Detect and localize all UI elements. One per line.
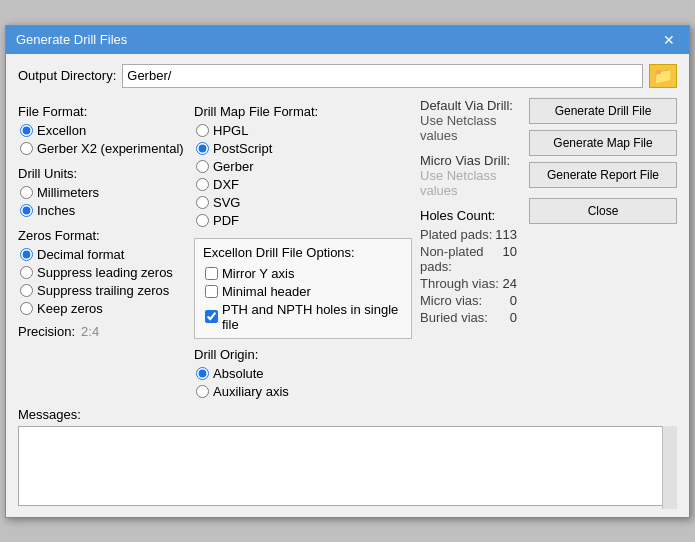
- drill-map-pdf-label: PDF: [213, 213, 239, 228]
- drill-origin-label: Drill Origin:: [194, 347, 412, 362]
- left-column: File Format: Excellon Gerber X2 (experim…: [18, 98, 186, 399]
- holes-plated-row: Plated pads: 113: [420, 227, 517, 242]
- precision-row: Precision: 2:4: [18, 324, 186, 339]
- file-format-group: Excellon Gerber X2 (experimental): [20, 123, 186, 156]
- drill-map-svg-label: SVG: [213, 195, 240, 210]
- drill-origin-section: Drill Origin: Absolute Auxiliary axis: [194, 347, 412, 399]
- zeros-suppress-trailing-label: Suppress trailing zeros: [37, 283, 169, 298]
- drill-map-pdf[interactable]: PDF: [196, 213, 412, 228]
- middle-column: Drill Map File Format: HPGL PostScript: [194, 98, 412, 399]
- dialog: Generate Drill Files ✕ Output Directory:…: [5, 25, 690, 518]
- excellon-options-group: Mirror Y axis Minimal header PTH and NPT…: [205, 266, 403, 332]
- drill-map-hpgl-radio[interactable]: [196, 124, 209, 137]
- zeros-keep-label: Keep zeros: [37, 301, 103, 316]
- holes-plated-value: 113: [495, 227, 517, 242]
- drill-units-group: Millimeters Inches: [20, 185, 186, 218]
- generate-drill-button[interactable]: Generate Drill File: [529, 98, 677, 124]
- close-button[interactable]: Close: [529, 198, 677, 224]
- output-dir-row: Output Directory: 📁: [18, 64, 677, 88]
- drill-origin-absolute-label: Absolute: [213, 366, 264, 381]
- excellon-pth-npth-label: PTH and NPTH holes in single file: [222, 302, 403, 332]
- messages-textarea[interactable]: [18, 426, 677, 506]
- zeros-suppress-leading-radio[interactable]: [20, 266, 33, 279]
- zeros-suppress-leading-label: Suppress leading zeros: [37, 265, 173, 280]
- drill-map-gerber-radio[interactable]: [196, 160, 209, 173]
- drill-map-hpgl[interactable]: HPGL: [196, 123, 412, 138]
- drill-map-postscript[interactable]: PostScript: [196, 141, 412, 156]
- scrollbar-up-arrow[interactable]: ▲: [666, 428, 676, 438]
- holes-through-label: Through vias:: [420, 276, 499, 291]
- drill-units-mm[interactable]: Millimeters: [20, 185, 186, 200]
- drill-origin-group: Absolute Auxiliary axis: [196, 366, 412, 399]
- holes-buried-value: 0: [510, 310, 517, 325]
- holes-buried-label: Buried vias:: [420, 310, 488, 325]
- main-columns: File Format: Excellon Gerber X2 (experim…: [18, 98, 677, 399]
- drill-units-mm-label: Millimeters: [37, 185, 99, 200]
- zeros-decimal-radio[interactable]: [20, 248, 33, 261]
- file-format-excellon-radio[interactable]: [20, 124, 33, 137]
- drill-units-mm-radio[interactable]: [20, 186, 33, 199]
- default-via-drill-label: Default Via Drill:: [420, 98, 517, 113]
- excellon-minimal-header-checkbox[interactable]: [205, 285, 218, 298]
- excellon-pth-npth[interactable]: PTH and NPTH holes in single file: [205, 302, 403, 332]
- drill-origin-auxiliary[interactable]: Auxiliary axis: [196, 384, 412, 399]
- action-buttons: Generate Drill File Generate Map File Ge…: [529, 98, 677, 327]
- file-format-excellon-label: Excellon: [37, 123, 86, 138]
- file-format-gerber-x2[interactable]: Gerber X2 (experimental): [20, 141, 186, 156]
- drill-units-label: Drill Units:: [18, 166, 186, 181]
- zeros-decimal[interactable]: Decimal format: [20, 247, 186, 262]
- drill-map-section: Drill Map File Format: HPGL PostScript: [194, 104, 412, 228]
- messages-section: Messages: ▲ ▼: [18, 407, 677, 509]
- drill-map-svg[interactable]: SVG: [196, 195, 412, 210]
- file-format-label: File Format:: [18, 104, 186, 119]
- drill-map-gerber[interactable]: Gerber: [196, 159, 412, 174]
- excellon-label: Excellon Drill File Options:: [203, 245, 403, 260]
- excellon-pth-npth-checkbox[interactable]: [205, 310, 218, 323]
- output-dir-input[interactable]: [122, 64, 643, 88]
- generate-report-button[interactable]: Generate Report File: [529, 162, 677, 188]
- drill-origin-absolute[interactable]: Absolute: [196, 366, 412, 381]
- holes-micro-value: 0: [510, 293, 517, 308]
- zeros-suppress-trailing-radio[interactable]: [20, 284, 33, 297]
- right-column: Default Via Drill: Use Netclass values M…: [420, 98, 677, 399]
- drill-units-inches-label: Inches: [37, 203, 75, 218]
- holes-count-section: Holes Count: Plated pads: 113 Non-plated…: [420, 208, 517, 325]
- drill-map-svg-radio[interactable]: [196, 196, 209, 209]
- excellon-mirror-y[interactable]: Mirror Y axis: [205, 266, 403, 281]
- default-via-drill-value: Use Netclass values: [420, 113, 517, 143]
- zeros-keep-radio[interactable]: [20, 302, 33, 315]
- micro-vias-drill-label: Micro Vias Drill:: [420, 153, 517, 168]
- folder-button[interactable]: 📁: [649, 64, 677, 88]
- drill-map-label: Drill Map File Format:: [194, 104, 412, 119]
- excellon-mirror-y-checkbox[interactable]: [205, 267, 218, 280]
- messages-scrollbar-area: ▲ ▼: [18, 426, 677, 509]
- file-format-gerber-x2-radio[interactable]: [20, 142, 33, 155]
- drill-map-dxf-label: DXF: [213, 177, 239, 192]
- holes-micro-row: Micro vias: 0: [420, 293, 517, 308]
- default-via-drill-section: Default Via Drill: Use Netclass values: [420, 98, 517, 143]
- drill-map-pdf-radio[interactable]: [196, 214, 209, 227]
- file-format-excellon[interactable]: Excellon: [20, 123, 186, 138]
- excellon-minimal-header[interactable]: Minimal header: [205, 284, 403, 299]
- messages-label: Messages:: [18, 407, 677, 422]
- zeros-suppress-trailing[interactable]: Suppress trailing zeros: [20, 283, 186, 298]
- scrollbar[interactable]: ▲ ▼: [663, 426, 677, 509]
- drill-map-dxf-radio[interactable]: [196, 178, 209, 191]
- drill-origin-auxiliary-radio[interactable]: [196, 385, 209, 398]
- zeros-format-group: Decimal format Suppress leading zeros Su…: [20, 247, 186, 316]
- excellon-section: Excellon Drill File Options: Mirror Y ax…: [194, 238, 412, 339]
- holes-nonplated-value: 10: [503, 244, 517, 274]
- excellon-minimal-header-label: Minimal header: [222, 284, 311, 299]
- drill-map-dxf[interactable]: DXF: [196, 177, 412, 192]
- drill-units-inches-radio[interactable]: [20, 204, 33, 217]
- excellon-mirror-y-label: Mirror Y axis: [222, 266, 294, 281]
- drill-units-inches[interactable]: Inches: [20, 203, 186, 218]
- drill-origin-absolute-radio[interactable]: [196, 367, 209, 380]
- close-icon[interactable]: ✕: [659, 32, 679, 48]
- scrollbar-down-arrow[interactable]: ▼: [666, 497, 676, 507]
- zeros-suppress-leading[interactable]: Suppress leading zeros: [20, 265, 186, 280]
- zeros-keep[interactable]: Keep zeros: [20, 301, 186, 316]
- generate-map-button[interactable]: Generate Map File: [529, 130, 677, 156]
- drill-map-postscript-radio[interactable]: [196, 142, 209, 155]
- drill-map-gerber-label: Gerber: [213, 159, 253, 174]
